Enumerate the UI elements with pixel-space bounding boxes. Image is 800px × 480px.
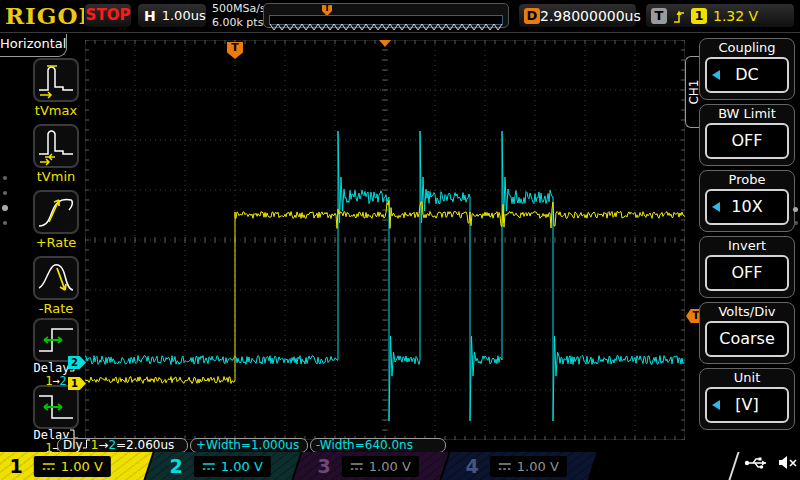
channel-1-status[interactable]: 1 1.00 V	[0, 452, 153, 480]
page-dot	[794, 221, 798, 225]
rising-edge-glyph	[83, 439, 91, 449]
trigger-readout[interactable]: T 1 1.32 V	[645, 3, 795, 28]
unit-value: [V]	[705, 387, 789, 423]
delay-badge: D	[524, 8, 540, 24]
page-dot-active	[793, 207, 798, 212]
bw-limit-value: OFF	[705, 123, 789, 159]
probe-value: 10X	[705, 189, 789, 225]
page-dot	[3, 191, 7, 195]
measurement-delay[interactable]: Dly1→2=2.060us	[57, 438, 188, 453]
left-arrow-icon	[712, 400, 720, 410]
left-arrow-icon	[712, 202, 720, 212]
menu-item-coupling[interactable]: Coupling DC	[699, 38, 795, 100]
menu-label: +Rate	[30, 235, 82, 250]
menu-item-invert[interactable]: Invert OFF	[699, 236, 795, 298]
rigol-logo: RIGOL	[5, 2, 96, 29]
oscilloscope-screen: RIGOL STOP H 1.00us 500MSa/s 6.00k pts T…	[0, 0, 800, 480]
speaker-muted-icon[interactable]	[778, 455, 798, 470]
trigger-source-badge: 1	[691, 8, 707, 24]
tvmin-icon	[33, 124, 79, 168]
menu-item-unit[interactable]: Unit [V]	[699, 368, 795, 430]
channel-4-status[interactable]: 4 1.00 V	[441, 452, 596, 480]
timebase-control[interactable]: H 1.00us	[137, 3, 207, 28]
menu-item-bw-limit[interactable]: BW Limit OFF	[699, 104, 795, 166]
menu-label: -Rate	[30, 301, 82, 316]
delay-rising-edge-icon	[33, 318, 79, 362]
channel-3-status[interactable]: 3 1.00 V	[293, 452, 448, 480]
menu-label: tVmax	[30, 103, 82, 118]
minus-rate-icon	[33, 256, 79, 300]
rising-edge-icon	[673, 9, 685, 23]
screen-center-marker-icon	[379, 40, 391, 47]
waveform-preview-bar[interactable]: T	[263, 3, 509, 28]
menu-item-minus-rate[interactable]: -Rate	[30, 256, 82, 316]
trigger-level-value: 1.32 V	[713, 8, 758, 24]
tvmax-icon	[33, 58, 79, 102]
left-arrow-icon	[712, 70, 720, 80]
menu-item-plus-rate[interactable]: +Rate	[30, 190, 82, 250]
delay-value: 2.98000000us	[540, 8, 641, 24]
usb-icon[interactable]	[744, 456, 770, 470]
menu-item-tvmax[interactable]: tVmax	[30, 58, 82, 118]
dc-coupling-icon	[202, 462, 216, 471]
page-dot-active	[2, 205, 8, 211]
memory-depth: 6.00k pts	[212, 16, 266, 30]
preview-waveform	[270, 22, 502, 31]
timebase-value: 1.00us	[162, 8, 206, 23]
sample-rate: 500MSa/s	[212, 2, 266, 16]
channel-status-bar: 1 1.00 V 2 1.00 V 3	[0, 452, 800, 480]
menu-label: tVmin	[30, 169, 82, 184]
menu-item-volts-div[interactable]: Volts/Div Coarse	[699, 302, 795, 364]
coupling-value: DC	[705, 57, 789, 93]
menu-item-probe[interactable]: Probe 10X	[699, 170, 795, 232]
timebase-label: H	[144, 8, 156, 24]
trigger-badge: T	[651, 8, 667, 24]
dc-coupling-icon	[350, 462, 364, 471]
run-state-indicator: STOP	[84, 3, 132, 28]
acquisition-info: 500MSa/s 6.00k pts	[212, 2, 266, 30]
menu-item-tvmin[interactable]: tVmin	[30, 124, 82, 184]
waveform-display	[85, 40, 685, 440]
delay-falling-edge-icon	[33, 385, 79, 429]
measurement-pos-width[interactable]: +Width=1.000us	[190, 438, 308, 453]
plus-rate-icon	[33, 190, 79, 234]
dc-coupling-icon	[498, 462, 512, 471]
page-dot	[3, 176, 7, 180]
left-menu-title: Horizontal	[0, 34, 67, 57]
channel-menu: CH1 Coupling DC BW Limit OFF Probe 10X I…	[685, 32, 800, 480]
volts-div-value: Coarse	[705, 321, 789, 357]
page-dot	[3, 221, 7, 225]
invert-value: OFF	[705, 255, 789, 291]
channel-2-status[interactable]: 2 1.00 V	[145, 452, 300, 480]
top-status-bar: RIGOL STOP H 1.00us 500MSa/s 6.00k pts T…	[0, 0, 800, 33]
status-divider	[728, 452, 739, 480]
measurement-neg-width[interactable]: -Width=640.0ns	[310, 438, 446, 453]
dc-coupling-icon	[42, 462, 56, 471]
trigger-delay-readout[interactable]: D 2.98000000us	[518, 3, 637, 28]
preview-window	[269, 15, 503, 25]
